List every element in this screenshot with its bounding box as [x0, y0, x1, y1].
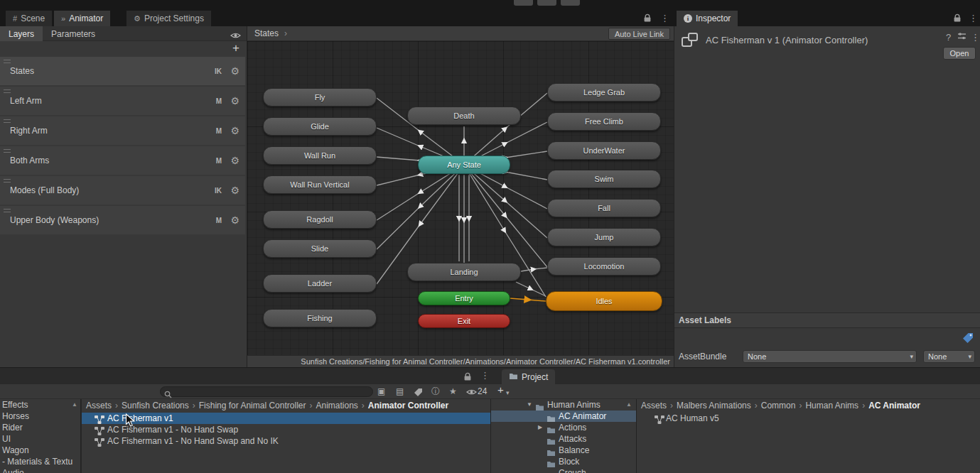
breadcrumb-segment[interactable]: Common [761, 401, 796, 411]
tab-project[interactable]: Project [502, 369, 555, 385]
gear-icon[interactable]: ⚙ [230, 125, 239, 136]
list-item[interactable]: Effects [0, 399, 80, 411]
add-layer-button[interactable]: + [232, 41, 239, 55]
entry-node[interactable]: Entry [418, 291, 510, 305]
state-node-fishing[interactable]: Fishing [263, 309, 377, 327]
state-machine-canvas[interactable]: Fly Glide Wall Run Wall Run Vertical Rag… [247, 41, 674, 355]
drag-handle-icon[interactable] [4, 60, 11, 63]
state-node-jump[interactable]: Jump [547, 228, 661, 246]
open-button[interactable]: Open [943, 47, 976, 60]
breadcrumb-segment[interactable]: Assets [641, 401, 667, 411]
pause-button[interactable] [537, 0, 556, 6]
tree-item-human-anims[interactable]: ▼ Human Anims [491, 399, 636, 411]
tree-item-ac-animator[interactable]: AC Animator [491, 411, 636, 422]
chevron-down-icon[interactable]: ▾ [506, 388, 510, 397]
gear-icon[interactable]: ⚙ [230, 185, 239, 196]
state-node-free-climb[interactable]: Free Climb [547, 112, 661, 131]
breadcrumb-segment-current[interactable]: AC Animator [868, 401, 920, 411]
create-add-button[interactable]: + [497, 386, 504, 394]
file-row-ac-human-v5[interactable]: AC Human v5 [637, 413, 980, 424]
tab-animator[interactable]: » Animator [54, 11, 110, 26]
state-node-glide[interactable]: Glide [263, 117, 377, 136]
list-item[interactable]: Wagon [0, 445, 80, 456]
scroll-up-icon[interactable]: ▲ [72, 401, 77, 408]
layer-item-upper-body-weapons[interactable]: Upper Body (Weapons) M ⚙ [0, 206, 245, 234]
search-box[interactable] [160, 386, 373, 397]
gear-icon[interactable]: ⚙ [230, 95, 239, 107]
presets-icon[interactable] [957, 32, 966, 43]
layer-item-both-arms[interactable]: Both Arms M ⚙ [0, 146, 245, 175]
kebab-icon[interactable]: ⋮ [971, 32, 980, 43]
list-item[interactable]: Horses [0, 411, 80, 422]
state-node-wall-run-vertical[interactable]: Wall Run Vertical [263, 175, 377, 194]
gear-icon[interactable]: ⚙ [230, 214, 239, 226]
inspector-menu-kebab-icon[interactable]: ⋮ [969, 13, 978, 23]
state-node-landing[interactable]: Landing [407, 263, 521, 281]
state-node-fall[interactable]: Fall [547, 199, 661, 217]
favorites-star-icon[interactable]: ★ [449, 387, 457, 396]
exit-node[interactable]: Exit [418, 314, 510, 328]
tree-item-actions[interactable]: ▶ Actions [491, 422, 636, 433]
drag-handle-icon[interactable] [4, 179, 11, 183]
assetbundle-dropdown[interactable]: None ▾ [743, 350, 917, 363]
search-input[interactable] [173, 387, 369, 396]
breadcrumb-segment[interactable]: Human Anims [805, 401, 858, 411]
project-menu-kebab-icon[interactable]: ⋮ [480, 370, 490, 381]
breadcrumb-segment[interactable]: Malbers Animations [677, 401, 751, 411]
animator-lock-icon[interactable] [643, 13, 652, 25]
scroll-up-icon[interactable]: ▲ [626, 401, 632, 408]
tree-item-balance[interactable]: Balance [491, 445, 636, 456]
tab-project-settings[interactable]: ⚙ Project Settings [126, 11, 211, 26]
tree-item-block[interactable]: Block [491, 456, 636, 467]
layer-item-modes-full-body[interactable]: Modes (Full Body) IK ⚙ [0, 176, 245, 205]
default-state-node-idles[interactable]: Idles [546, 291, 662, 311]
tab-inspector[interactable]: i Inspector [677, 11, 738, 26]
layer-item-states[interactable]: States IK ⚙ [0, 57, 245, 85]
eye-icon[interactable] [466, 388, 477, 397]
tab-layers[interactable]: Layers [0, 26, 43, 41]
file-row-ac-fisherman-v1[interactable]: AC Fisherman v1 [82, 413, 490, 424]
state-node-locomotion[interactable]: Locomotion [547, 257, 661, 276]
asset-label-tag-icon[interactable] [962, 332, 974, 346]
chevron-expanded-icon[interactable]: ▼ [527, 401, 532, 408]
asset-labels-header[interactable]: Asset Labels [674, 312, 980, 328]
gear-icon[interactable]: ⚙ [230, 65, 239, 77]
eye-icon[interactable] [230, 29, 241, 42]
state-node-swim[interactable]: Swim [547, 170, 661, 188]
state-node-ledge-grab[interactable]: Ledge Grab [547, 83, 661, 102]
help-icon[interactable]: ? [946, 32, 951, 43]
list-item[interactable]: Audio [0, 467, 80, 473]
step-button[interactable] [561, 0, 580, 6]
state-node-ladder[interactable]: Ladder [263, 274, 377, 293]
inspector-lock-icon[interactable] [953, 13, 962, 25]
state-node-wall-run[interactable]: Wall Run [263, 146, 377, 165]
drag-handle-icon[interactable] [4, 209, 11, 212]
state-node-death[interactable]: Death [407, 107, 521, 125]
project-lock-icon[interactable] [463, 371, 472, 384]
list-view-icon[interactable]: ▤ [396, 387, 404, 396]
breadcrumb-segment-current[interactable]: Animator Controller [368, 401, 448, 411]
state-node-fly[interactable]: Fly [263, 88, 377, 107]
list-item[interactable]: UI [0, 433, 80, 445]
breadcrumb-segment[interactable]: Fishing for Animal Controller [199, 401, 306, 411]
assetbundle-variant-dropdown[interactable]: None ▾ [923, 350, 975, 363]
drag-handle-icon[interactable] [4, 89, 11, 93]
tree-item-attacks[interactable]: Attacks [491, 433, 636, 445]
breadcrumb-segment[interactable]: Animations [316, 401, 357, 411]
any-state-node[interactable]: Any State [418, 156, 510, 174]
state-node-underwater[interactable]: UnderWater [547, 141, 661, 160]
chevron-collapsed-icon[interactable]: ▶ [538, 424, 542, 430]
drag-handle-icon[interactable] [4, 119, 11, 123]
list-item[interactable]: Rider [0, 422, 80, 433]
auto-live-link-button[interactable]: Auto Live Link [608, 28, 670, 40]
gear-icon[interactable]: ⚙ [230, 155, 239, 166]
tab-parameters[interactable]: Parameters [43, 26, 104, 41]
file-row-no-hand-swap-no-ik[interactable]: AC Fisherman v1 - No Hand Swap and No IK [82, 435, 490, 447]
animator-menu-kebab-icon[interactable]: ⋮ [660, 13, 669, 23]
state-node-slide[interactable]: Slide [263, 239, 377, 258]
state-node-ragdoll[interactable]: Ragdoll [263, 210, 377, 229]
layer-item-right-arm[interactable]: Right Arm M ⚙ [0, 116, 245, 145]
tab-scene[interactable]: # Scene [6, 11, 52, 26]
graph-breadcrumb[interactable]: States [254, 28, 279, 38]
breadcrumb-segment[interactable]: Sunfish Creations [122, 401, 189, 411]
